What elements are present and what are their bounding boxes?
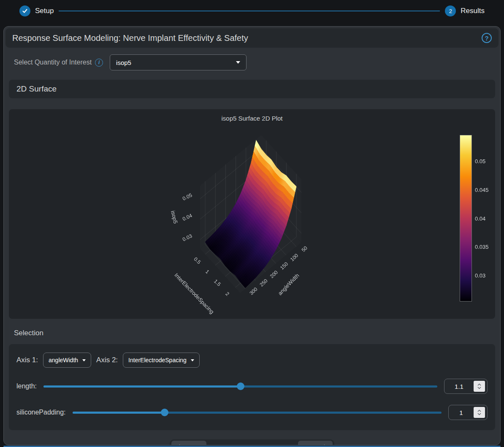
slider-fill	[73, 412, 165, 414]
dot-0[interactable]	[238, 445, 242, 446]
chevron-down-icon	[477, 413, 481, 415]
chevron-down-icon	[191, 359, 194, 361]
back-button[interactable]: BACK	[171, 441, 206, 445]
axis1-select[interactable]: angleWidth	[43, 353, 91, 368]
surface-3d-canvas[interactable]	[9, 124, 495, 318]
chevron-down-icon	[82, 359, 86, 361]
step-results-number: 2	[445, 5, 456, 16]
colorbar: 0.030.0350.040.0450.05	[460, 135, 471, 301]
colorbar-gradient	[460, 135, 471, 301]
chevron-right-icon	[324, 444, 327, 446]
silicone-padding-slider[interactable]	[73, 409, 442, 416]
dot-1[interactable]	[246, 445, 250, 446]
colorbar-tick-label: 0.045	[475, 186, 489, 193]
pagination-dots[interactable]	[238, 445, 266, 446]
nav-bar: BACK NEXT	[4, 439, 500, 445]
length-row: length: 1.1	[16, 379, 488, 394]
slider-thumb[interactable]	[237, 382, 244, 390]
silicone-padding-label: siliconePadding:	[16, 409, 66, 416]
step-setup-label: Setup	[35, 7, 54, 15]
selection-card: Axis 1: angleWidth Axis 2: InterElectrod…	[9, 344, 495, 430]
chevron-up-icon	[477, 383, 481, 386]
slider-thumb[interactable]	[161, 409, 168, 416]
dot-3[interactable]	[262, 445, 266, 446]
info-icon[interactable]: i	[95, 59, 103, 67]
spinner-buttons[interactable]	[474, 407, 485, 418]
length-value: 1.1	[444, 383, 474, 390]
axis-row: Axis 1: angleWidth Axis 2: InterElectrod…	[16, 353, 488, 368]
dot-2[interactable]	[254, 445, 258, 446]
length-label: length:	[16, 382, 37, 390]
main-panel: Response Surface Modeling: Nerve Implant…	[3, 26, 501, 445]
axis2-label: Axis 2:	[96, 356, 118, 364]
surface-section-header: 2D Surface	[9, 80, 495, 98]
check-icon	[19, 5, 30, 16]
next-button[interactable]: NEXT	[298, 441, 333, 445]
step-setup[interactable]: Setup	[19, 5, 54, 16]
qoi-select-value: isop5	[116, 59, 131, 66]
help-icon[interactable]: ?	[482, 33, 492, 43]
chevron-up-icon	[477, 409, 481, 412]
chevron-down-icon	[236, 61, 240, 64]
surface-plot-card: isop5 Surface 2D Plot 0.030.0350.040.045…	[9, 109, 495, 319]
spinner-buttons[interactable]	[474, 381, 485, 392]
page-title: Response Surface Modeling: Nerve Implant…	[12, 33, 248, 43]
chevron-left-icon	[177, 444, 180, 446]
step-results-label: Results	[461, 7, 485, 15]
silicone-padding-row: siliconePadding: 1	[16, 405, 488, 420]
nav-pill: BACK NEXT	[170, 439, 334, 445]
chevron-down-icon	[477, 387, 481, 389]
plot-title: isop5 Surface 2D Plot	[9, 109, 495, 122]
silicone-padding-input[interactable]: 1	[448, 405, 488, 420]
surface-section-title: 2D Surface	[16, 84, 57, 94]
axis2-select-value: InterElectrodeSpacing	[128, 357, 187, 364]
qoi-row: Select Quantity of Interest i isop5	[14, 54, 500, 70]
axis1-label: Axis 1:	[16, 356, 38, 364]
axis2-select[interactable]: InterElectrodeSpacing	[123, 353, 200, 368]
stepper: Setup 2 Results	[0, 0, 504, 17]
titlebar: Response Surface Modeling: Nerve Implant…	[5, 28, 499, 48]
selection-title: Selection	[14, 329, 500, 337]
length-input[interactable]: 1.1	[444, 379, 488, 394]
colorbar-tick-label: 0.04	[475, 215, 485, 221]
colorbar-tick-label: 0.035	[475, 244, 489, 250]
qoi-select[interactable]: isop5	[110, 54, 247, 70]
length-slider[interactable]	[43, 382, 437, 390]
colorbar-tick-label: 0.03	[475, 272, 485, 279]
step-results[interactable]: 2 Results	[445, 5, 485, 16]
axis1-select-value: angleWidth	[49, 357, 78, 364]
stepper-line	[59, 11, 440, 11]
silicone-padding-value: 1	[449, 409, 474, 416]
colorbar-tick-label: 0.05	[475, 158, 485, 164]
qoi-label: Select Quantity of Interest	[14, 59, 92, 66]
slider-fill	[43, 385, 240, 388]
